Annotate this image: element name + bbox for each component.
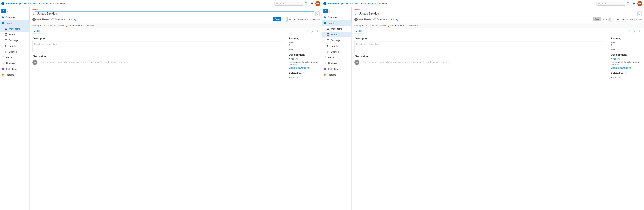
reason-value[interactable]: 🔒Added to backl... [388,25,406,27]
sidebar-item-artifacts[interactable]: Artifacts [322,72,352,78]
add-project-button[interactable]: + [346,9,350,13]
sidebar-item-work-items[interactable]: Work Items [322,26,352,32]
undo-button[interactable]: ↩ [288,17,292,22]
sidebar-item-work-items[interactable]: Work Items [0,26,30,32]
work-item-actions: Save↺↩⋯Updated 10 minutes ago [273,17,320,22]
iteration-value[interactable]: a [417,25,418,27]
sidebar-item-queries[interactable]: Queries [0,49,30,55]
search-input[interactable] [601,2,624,5]
sidebar-item-backlogs[interactable]: Backlogs [0,37,30,43]
add-tag-button[interactable]: Add tag [68,18,76,21]
priority-field: Priority2 [611,41,641,47]
add-project-button[interactable]: + [24,9,28,13]
link-button[interactable]: 🔗 [310,29,314,33]
work-item-header: ISSUE 11MPMark Pleskac💬0 commentsAdd tag… [30,7,322,23]
svg-rect-32 [325,23,326,24]
copy-button[interactable] [315,12,320,16]
backlogs-icon [4,39,7,42]
sidebar-item-backlogs[interactable]: Backlogs [322,37,352,43]
breadcrumb-item-1[interactable]: a [364,2,366,5]
area-value[interactable]: a [54,25,55,27]
work-items-icon [4,27,7,30]
sidebar-item-repos[interactable]: Repos [322,55,352,60]
state-value[interactable]: To Do [38,25,45,27]
create-branch-link[interactable]: Create a new branch [289,67,319,69]
sidebar-item-label-artifacts: Artifacts [6,73,14,76]
delete-button[interactable]: 🗑 [315,29,320,33]
comment-box[interactable]: Add a comment. Use # to link a work item… [39,59,283,70]
state-value[interactable]: To Do [360,25,367,27]
breadcrumb-item-0[interactable]: DefaultCollection [346,2,362,5]
priority-value[interactable]: 2 [289,44,319,47]
sidebar-item-queries[interactable]: Queries [322,49,352,55]
sidebar-item-repos[interactable]: Repos [0,55,30,60]
related-add-link-button[interactable]: + Add link [611,76,641,79]
save-button[interactable]: Save [593,18,601,21]
sidebar-item-test-plans[interactable]: Test Plans [0,66,30,72]
reason-value[interactable]: 🔒Added to back... [66,25,84,27]
description-placeholder[interactable]: Click to add Description [354,41,605,52]
sidebar-item-sprints[interactable]: Sprints [0,43,30,49]
shop-icon[interactable] [310,1,315,6]
sidebar-item-pipelines[interactable]: Pipelines [0,60,30,66]
sidebar-item-boards-sub[interactable]: Boards [0,32,30,37]
history-button[interactable]: ↺ [626,29,631,33]
title-input[interactable] [357,11,636,16]
sidebar-item-test-plans[interactable]: Test Plans [322,66,352,72]
sidebar-item-boards-sub[interactable]: Boards [322,32,352,37]
sidebar-item-label-boards: Boards [6,22,13,25]
topbar-brand[interactable]: Azure DevOps [324,2,344,6]
sidebar-item-overview[interactable]: Overview [0,14,30,20]
project-avatar[interactable]: A [324,9,328,13]
topbar-brand[interactable]: Azure DevOps [2,2,22,6]
tab-details[interactable]: Details [354,28,365,34]
copy-button[interactable] [637,12,642,16]
project-avatar[interactable]: A [2,9,6,13]
grid-icon[interactable] [304,1,309,6]
area-label: Area [370,25,374,27]
sidebar-item-label-sprints: Sprints [330,45,338,47]
grid-icon[interactable] [626,1,631,6]
effort-field: Effort [289,48,319,51]
tab-details[interactable]: Details [32,28,43,34]
history-button[interactable]: ↺ [304,29,309,33]
refresh-button[interactable]: ↺ [610,17,615,22]
iteration-value[interactable]: a [95,25,96,27]
state-dot [38,25,39,27]
area-value[interactable]: a [376,25,377,27]
comment-box[interactable]: Add a comment. Use # to link a work item… [361,59,605,70]
sidebar-item-boards[interactable]: Boards [0,20,30,26]
description-placeholder[interactable]: Click to add Description [32,41,283,52]
breadcrumb-item-2[interactable]: Boards [368,2,374,5]
add-link-button[interactable]: + Add link [611,58,641,60]
undo-button[interactable]: ↩ [616,17,620,22]
priority-value[interactable]: 2 [611,44,641,47]
shop-icon[interactable] [632,1,637,6]
save-button[interactable]: Save [273,18,281,21]
search-input[interactable] [279,2,302,5]
title-input[interactable] [35,11,314,16]
add-link-button[interactable]: + Add link [289,58,319,60]
comments-link[interactable]: 💬0 comments [374,18,388,21]
breadcrumb-item-2[interactable]: Boards [46,2,52,5]
add-tag-button[interactable]: Add tag [390,18,398,21]
sidebar-item-boards[interactable]: Boards [322,20,352,26]
sidebar-item-pipelines[interactable]: Pipelines [322,60,352,66]
breadcrumb-item-0[interactable]: DefaultCollection [24,2,40,5]
avatar[interactable]: MH [315,1,320,6]
field-state: StateTo Do [354,25,367,27]
breadcrumb-item-1[interactable]: a [42,2,44,5]
create-branch-link[interactable]: Create a new branch [611,67,641,69]
delete-button[interactable]: 🗑 [637,29,642,33]
avatar[interactable]: MH [637,1,642,6]
comments-link[interactable]: 💬0 comments [52,18,66,21]
svg-rect-37 [328,33,329,34]
refresh-button[interactable]: ↺ [282,17,287,22]
related-add-link-button[interactable]: + Add link [289,76,319,79]
link-button[interactable]: 🔗 [632,29,636,33]
more-button[interactable]: ⋯ [293,17,298,22]
sidebar-item-artifacts[interactable]: Artifacts [0,72,30,78]
sidebar-item-sprints[interactable]: Sprints [322,43,352,49]
more-button[interactable]: ⋯ [621,17,626,22]
sidebar-item-overview[interactable]: Overview [322,14,352,20]
